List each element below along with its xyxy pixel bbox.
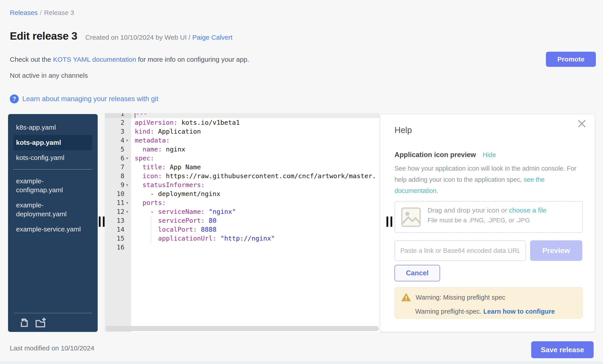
choose-file-link[interactable]: choose a file — [509, 207, 546, 214]
code-text[interactable]: spec: — [131, 154, 380, 163]
line-number: 2 — [121, 119, 124, 126]
new-file-button[interactable] — [18, 317, 29, 329]
editor-line-1[interactable]: 1--- — [105, 113, 380, 118]
code-text[interactable]: localPort: 8888 — [131, 225, 380, 234]
code-text[interactable]: - deployment/nginx — [131, 189, 380, 198]
file-tree-bottom-divider — [14, 313, 92, 313]
help-title: Help — [394, 125, 412, 135]
new-file-icon — [19, 318, 29, 328]
new-folder-button[interactable] — [34, 317, 47, 329]
line-number: 9 — [121, 181, 124, 189]
dropzone-text: Drag and drop your icon or choose a file… — [428, 207, 546, 224]
code-text[interactable]: title: App Name — [131, 163, 380, 172]
fold-arrow-icon[interactable]: ▾ — [124, 138, 130, 143]
code-text[interactable]: metadata: — [131, 136, 380, 145]
code-text[interactable]: name: nginx — [131, 145, 380, 154]
fold-arrow-icon[interactable]: ▾ — [124, 182, 130, 188]
file-list-bottom: example-configmap.yamlexample-deployment… — [8, 171, 98, 237]
code-text[interactable]: ports: — [131, 198, 380, 207]
learn-how-to-configure-link[interactable]: Learn how to configure — [483, 308, 555, 315]
editor-line-9[interactable]: 9▾ statusInformers: — [105, 180, 380, 189]
code-text[interactable]: apiVersion: kots.io/v1beta1 — [131, 118, 380, 127]
editor-line-8[interactable]: 8 icon: https://raw.githubusercontent.co… — [105, 172, 380, 180]
line-number: 16 — [117, 243, 124, 251]
created-by: Created on 10/10/2024 by Web UI / Paige … — [85, 34, 232, 41]
git-help-row[interactable]: ? Learn about managing your releases wit… — [10, 94, 158, 103]
kots-yaml-doc-link[interactable]: KOTS YAML documentation — [53, 56, 136, 63]
editor-line-4[interactable]: 4▾metadata: — [105, 136, 380, 145]
code-text[interactable]: applicationUrl: "http://nginx" — [131, 234, 380, 243]
breadcrumb: Releases/Release 3 — [10, 9, 74, 16]
fold-arrow-icon[interactable]: ▾ — [124, 209, 130, 214]
line-number: 13 — [117, 217, 124, 224]
editor-line-12[interactable]: 12▾ - serviceName: "nginx" — [105, 207, 380, 216]
yaml-editor[interactable]: 1---2apiVersion: kots.io/v1beta13kind: A… — [105, 113, 380, 332]
fold-arrow-icon[interactable]: ▾ — [124, 156, 130, 161]
created-author-link[interactable]: Paige Calvert — [192, 34, 232, 41]
code-text[interactable] — [131, 243, 380, 252]
file-item-example-configmap.yaml[interactable]: example-configmap.yaml — [13, 174, 92, 198]
editor-line-2[interactable]: 2apiVersion: kots.io/v1beta1 — [105, 118, 380, 127]
cancel-button[interactable]: Cancel — [394, 265, 440, 281]
file-tree-actions — [18, 317, 47, 329]
git-releases-link[interactable]: Learn about managing your releases with … — [22, 95, 158, 103]
file-item-kots-config.yaml[interactable]: kots-config.yaml — [13, 150, 92, 165]
icon-dropzone[interactable]: Drag and drop your icon or choose a file… — [394, 201, 583, 233]
close-help-button[interactable] — [577, 119, 586, 129]
help-panel-resize-handle[interactable] — [386, 217, 396, 227]
line-number: 10 — [117, 190, 124, 198]
file-item-example-service.yaml[interactable]: example-service.yaml — [13, 222, 92, 237]
file-item-kots-app.yaml[interactable]: kots-app.yaml — [13, 135, 92, 150]
warning-detail: Warning preflight-spec. Learn how to con… — [415, 308, 576, 315]
line-number: 11 — [117, 199, 124, 207]
description-text: See how your application icon will look … — [394, 165, 577, 183]
hide-link[interactable]: Hide — [483, 151, 496, 159]
code-text[interactable]: --- — [131, 113, 380, 118]
icon-url-input[interactable] — [394, 240, 526, 261]
help-panel: Help Application icon preview Hide See h… — [380, 114, 595, 332]
editor-line-11[interactable]: 11▾ ports: — [105, 198, 380, 207]
code-text[interactable]: icon: https://raw.githubusercontent.com/… — [131, 172, 380, 180]
indent-guide — [151, 216, 151, 243]
editor-lines: 1---2apiVersion: kots.io/v1beta13kind: A… — [105, 113, 380, 252]
file-item-example-deployment.yaml[interactable]: example-deployment.yaml — [13, 198, 92, 222]
editor-line-15[interactable]: 15 applicationUrl: "http://nginx" — [105, 234, 380, 243]
editor-line-16[interactable]: 16 — [105, 243, 380, 252]
warning-title: Warning: Missing preflight spec — [416, 294, 505, 301]
intro-after: for more info on configuring your app. — [136, 56, 249, 63]
line-number: 6 — [121, 154, 124, 162]
editor-line-6[interactable]: 6▾spec: — [105, 154, 380, 163]
line-number: 7 — [121, 163, 124, 171]
editor-line-10[interactable]: 10 - deployment/nginx — [105, 189, 380, 198]
file-list-top: k8s-app.yamlkots-app.yamlkots-config.yam… — [8, 114, 98, 165]
icon-preview-section-header: Application icon preview Hide — [394, 151, 496, 159]
code-text[interactable]: servicePort: 80 — [131, 216, 380, 225]
editor-horizontal-scrollbar[interactable] — [106, 326, 379, 331]
editor-line-13[interactable]: 13 servicePort: 80 — [105, 216, 380, 225]
code-text[interactable]: - serviceName: "nginx" — [131, 207, 380, 216]
title-row: Edit release 3 Created on 10/10/2024 by … — [10, 30, 232, 42]
breadcrumb-separator: / — [38, 9, 44, 16]
dropzone-instruction: Drag and drop your icon or — [428, 207, 509, 214]
breadcrumb-releases-link[interactable]: Releases — [10, 9, 38, 16]
line-number: 8 — [121, 172, 124, 180]
editor-line-7[interactable]: 7 title: App Name — [105, 163, 380, 172]
editor-line-14[interactable]: 14 localPort: 8888 — [105, 225, 380, 234]
line-number: 3 — [121, 128, 124, 135]
code-text[interactable]: statusInformers: — [131, 180, 380, 189]
editor-line-5[interactable]: 5 name: nginx — [105, 145, 380, 154]
file-item-k8s-app.yaml[interactable]: k8s-app.yaml — [13, 120, 92, 135]
warning-detail-text: Warning preflight-spec. — [415, 308, 483, 315]
editor-line-3[interactable]: 3kind: Application — [105, 127, 380, 136]
icon-preview-title: Application icon preview — [394, 151, 476, 159]
line-number: 4 — [121, 137, 124, 144]
save-release-button[interactable]: Save release — [531, 341, 594, 358]
promote-button[interactable]: Promote — [546, 52, 596, 67]
fold-arrow-icon[interactable]: ▾ — [124, 200, 130, 205]
code-text[interactable]: kind: Application — [131, 127, 380, 136]
intro-text: Check out the KOTS YAML documentation fo… — [10, 56, 249, 63]
warning-triangle-icon — [401, 293, 411, 302]
page-title: Edit release 3 — [10, 30, 77, 42]
preview-button[interactable]: Preview — [530, 240, 582, 261]
image-placeholder-icon — [401, 207, 421, 227]
